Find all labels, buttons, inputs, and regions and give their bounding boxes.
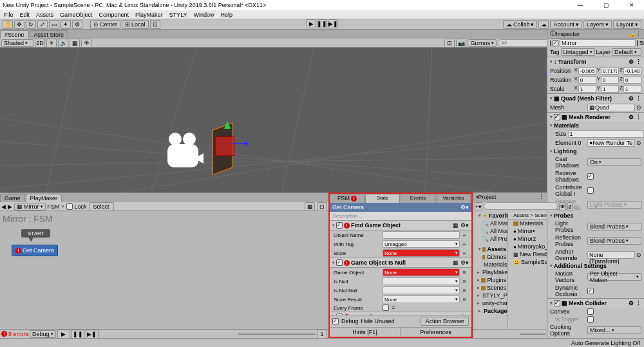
pm-step-button[interactable]: ▶❚ xyxy=(86,330,99,339)
fx-toggle-icon[interactable]: ▦ xyxy=(70,39,80,48)
cooking-dropdown[interactable]: Mixed... xyxy=(587,326,641,334)
transform-tool[interactable]: ✦ xyxy=(61,20,71,29)
field-dropdown[interactable] xyxy=(383,277,460,285)
packages-section[interactable]: ▸Packages xyxy=(473,307,507,315)
pm-play-button[interactable]: ▶ xyxy=(57,330,70,339)
breadcrumb[interactable]: Assets > Scenes xyxy=(508,212,547,220)
playmaker-canvas[interactable]: Mirror : FSM START !Get Camera xyxy=(0,211,328,329)
gear-icon[interactable]: ▦ ⚙▾ xyxy=(453,222,469,229)
tab-playmaker[interactable]: PlayMaker xyxy=(26,194,62,202)
favorite-item[interactable]: 🔍All Prefabs xyxy=(473,235,507,243)
move-tool[interactable]: ✥ xyxy=(14,20,24,29)
gizmos-dropdown[interactable]: Gizmos xyxy=(468,39,497,47)
asset-item[interactable]: 😀SampleScene xyxy=(508,258,547,266)
pm-debug-dropdown[interactable]: Debug xyxy=(30,330,56,338)
field-option-icon[interactable]: ≡ xyxy=(461,241,468,247)
asset-item[interactable]: Materials xyxy=(508,220,547,227)
pos-z[interactable] xyxy=(623,67,641,75)
folder-item[interactable]: ▸Plugins xyxy=(473,276,507,284)
action-enabled-checkbox[interactable] xyxy=(336,259,343,266)
field-checkbox[interactable] xyxy=(383,305,389,311)
asset-item[interactable]: ▦New Render Te xyxy=(508,250,547,258)
action-header[interactable]: ▾!Find Game Object▦ ⚙▾ xyxy=(330,220,471,230)
pivot-toggle[interactable]: ⊙Center xyxy=(90,20,120,29)
gear-icon[interactable]: ▦ ⚙▾ xyxy=(453,259,469,266)
rotate-tool[interactable]: ↻ xyxy=(26,20,36,29)
mesh-renderer-component[interactable]: ▾▦ Mesh Renderer⚙ ⋮ xyxy=(547,112,644,122)
contribute-gi-checkbox[interactable] xyxy=(587,187,594,194)
object-name-field[interactable] xyxy=(560,39,636,47)
pm-back-icon[interactable]: ◀ xyxy=(1,203,6,210)
tab-variables[interactable]: Variables xyxy=(436,194,471,203)
gizmo-toggle-icon[interactable]: 📷 xyxy=(456,39,466,48)
close-button[interactable]: ✕ xyxy=(622,2,641,8)
dynamic-occlusion-checkbox[interactable] xyxy=(587,288,594,294)
menu-gameobject[interactable]: GameObject xyxy=(60,12,93,18)
field-dropdown[interactable] xyxy=(383,286,460,294)
static-checkbox[interactable] xyxy=(637,40,638,46)
mesh-field[interactable]: ▦Quad xyxy=(587,104,635,111)
pm-pause-button[interactable]: ❚❚ xyxy=(71,330,84,339)
play-button[interactable]: ▶ xyxy=(306,19,316,28)
object-picker-icon[interactable]: ⊙ xyxy=(636,140,641,146)
active-checkbox[interactable] xyxy=(553,40,558,46)
folder-item[interactable]: ▸PlayMaker xyxy=(473,268,507,276)
field-option-icon[interactable]: ≡ xyxy=(461,288,468,294)
materials-size[interactable] xyxy=(568,130,644,138)
folder-item[interactable]: Materials xyxy=(473,261,507,268)
cast-shadows-dropdown[interactable]: On xyxy=(587,158,641,166)
project-search[interactable] xyxy=(484,202,558,210)
pos-x[interactable] xyxy=(578,67,596,75)
pm-minimap-icon[interactable]: ▦ xyxy=(305,202,315,211)
menu-playmaker[interactable]: PlayMaker xyxy=(135,12,163,18)
menu-file[interactable]: File xyxy=(4,12,14,18)
lock-icon[interactable]: 🔒 xyxy=(629,31,636,37)
scene-camera-icon[interactable]: ⊡ xyxy=(444,39,455,48)
tag-dropdown[interactable]: Untagged xyxy=(561,48,595,56)
pm-object-dropdown[interactable]: ▦ Mirror xyxy=(14,203,46,211)
snap-toggle[interactable]: ⊡ xyxy=(150,20,160,29)
light-probes-dropdown[interactable]: Blend Probes xyxy=(587,223,641,230)
reflection-probes-dropdown[interactable]: Blend Probes xyxy=(587,237,641,245)
action-enabled-checkbox[interactable] xyxy=(336,222,343,229)
field-option-icon[interactable]: ≡ xyxy=(461,279,468,285)
folder-item[interactable]: ▸STYLY_Plu xyxy=(473,292,507,299)
pm-lock-checkbox[interactable] xyxy=(66,203,73,210)
account-dropdown[interactable]: Account ▾ xyxy=(550,20,582,29)
pm-undock-icon[interactable]: ⊡ xyxy=(317,202,327,211)
layer-dropdown[interactable]: Default xyxy=(612,48,641,56)
field-option-icon[interactable]: ≡ xyxy=(461,232,468,238)
step-button[interactable]: ▶❚ xyxy=(328,19,338,28)
favorite-item[interactable]: 🔍All Materia xyxy=(473,220,507,227)
transform-component[interactable]: ▾↕ Transform⚙ ⋮ xyxy=(547,57,644,66)
receive-shadows-checkbox[interactable] xyxy=(587,173,594,180)
menu-assets[interactable]: Assets xyxy=(36,12,53,18)
rect-tool[interactable]: ▭ xyxy=(49,20,59,29)
filter-icon[interactable]: 👁 xyxy=(559,202,566,211)
light-toggle-icon[interactable]: ☀ xyxy=(46,39,57,48)
field-dropdown[interactable]: None xyxy=(383,295,460,303)
start-node[interactable]: START xyxy=(21,229,50,238)
state-description-field[interactable]: Description... xyxy=(330,212,471,220)
favorites-section[interactable]: ▾★Favorites xyxy=(473,212,507,220)
minimize-button[interactable]: — xyxy=(571,2,590,8)
scene-view[interactable]: x y ≡ Persp xyxy=(0,48,573,192)
layout-dropdown[interactable]: Layout ▾ xyxy=(613,20,641,29)
variable-dropdown[interactable]: None xyxy=(383,268,460,276)
field-option-icon[interactable]: ≡ xyxy=(461,270,468,276)
pm-select-button[interactable]: Select xyxy=(89,202,114,211)
mesh-filter-component[interactable]: ▾▦ Quad (Mesh Filter)⚙ ⋮ xyxy=(547,93,644,103)
cloud-button[interactable]: ☁ xyxy=(538,20,549,29)
state-name-field[interactable]: Get Camera⚙▾ xyxy=(330,203,471,212)
scale-tool[interactable]: ⤢ xyxy=(37,20,48,29)
pm-fwd-icon[interactable]: ▶ xyxy=(8,203,12,210)
tab-events[interactable]: Events xyxy=(401,194,435,203)
preferences-button[interactable]: Preferences xyxy=(401,328,471,337)
convex-checkbox[interactable] xyxy=(587,308,594,315)
rot-z[interactable] xyxy=(623,76,641,84)
action-browser-button[interactable]: Action Browser xyxy=(421,317,469,326)
gear-icon[interactable]: ⚙▾ xyxy=(460,204,469,211)
field-option-icon[interactable]: ≡ xyxy=(461,250,468,256)
scl-x[interactable] xyxy=(578,85,596,93)
field-option-icon[interactable]: ≡ xyxy=(390,305,397,311)
